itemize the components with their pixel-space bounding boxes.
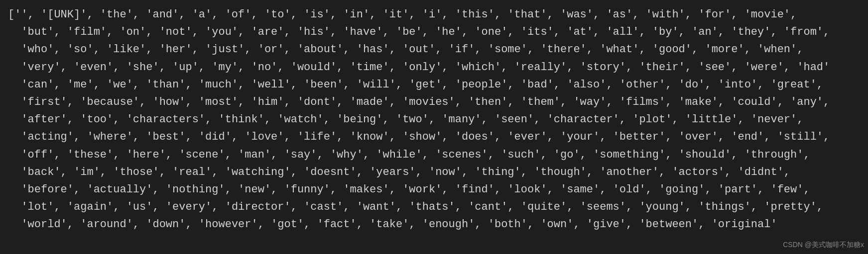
code-display: ['', '[UNK]', 'the', 'and', 'a', 'of', '… (8, 6, 860, 233)
watermark: CSDN @美式咖啡不加糖x (783, 239, 864, 250)
